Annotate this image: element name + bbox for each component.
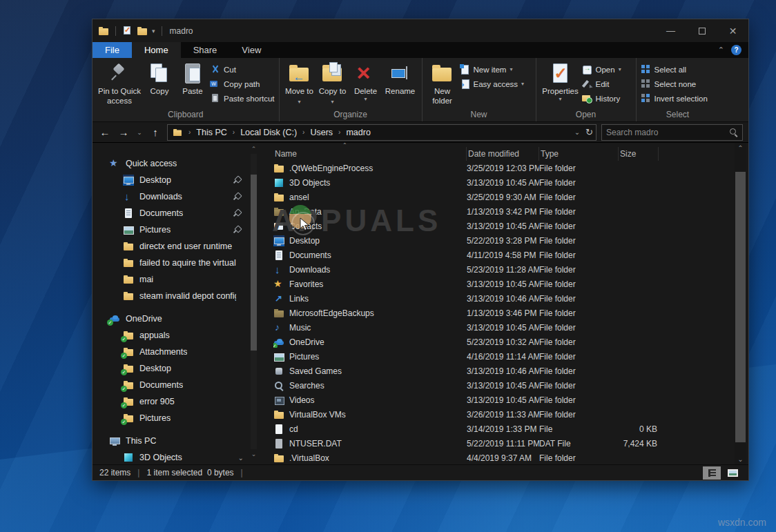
edit-button[interactable]: Edit xyxy=(582,78,632,90)
table-row[interactable]: Downloads5/23/2019 11:28 AMFile folder xyxy=(260,262,748,277)
pin-to-quick-access-button[interactable]: Pin to Quick access xyxy=(97,61,142,109)
breadcrumb-item[interactable]: Users xyxy=(310,128,333,137)
sidebar-item-appuals[interactable]: ✓appuals xyxy=(93,327,260,344)
sidebar-item-quick-access[interactable]: Quick access xyxy=(93,155,260,172)
sidebar-item-downloads[interactable]: Downloads xyxy=(93,188,260,205)
table-row[interactable]: .QtWebEngineProcess3/25/2019 12:03 PMFil… xyxy=(260,161,748,175)
forward-icon[interactable]: → xyxy=(117,126,130,138)
sidebar-scroll-up-icon[interactable]: ⌃ xyxy=(249,146,258,152)
up-icon[interactable]: ↑ xyxy=(148,126,162,138)
table-row[interactable]: Videos3/13/2019 10:45 AMFile folder xyxy=(260,393,748,407)
sidebar-item-documents[interactable]: ✓Documents xyxy=(93,377,260,393)
sidebar-item-steam-invalid-depot-configuratio[interactable]: steam invalid depot configuratio xyxy=(93,288,260,304)
table-row[interactable]: Documents4/11/2019 4:58 PMFile folder xyxy=(260,248,748,262)
search-box[interactable]: Search madro xyxy=(601,124,743,141)
new-item-button[interactable]: New item ▾ xyxy=(460,63,532,75)
scroll-down-icon[interactable]: ⌄ xyxy=(735,455,746,463)
maximize-button[interactable] xyxy=(686,19,717,42)
table-row[interactable]: Saved Games3/13/2019 10:46 AMFile folder xyxy=(260,364,748,378)
scroll-thumb[interactable] xyxy=(735,172,746,442)
address-dropdown-icon[interactable]: ⌄ xyxy=(574,128,580,136)
sidebar-item-desktop[interactable]: Desktop xyxy=(93,172,260,188)
cut-button[interactable]: Cut xyxy=(210,63,275,75)
file-list-scrollbar[interactable]: ⌃ ⌄ xyxy=(735,143,746,464)
sidebar-item-failed-to-aquire-the-virtualbox-co[interactable]: failed to aquire the virtualbox co xyxy=(93,255,260,271)
table-row[interactable]: 3D Objects3/13/2019 10:45 AMFile folder xyxy=(260,175,748,190)
column-header-type[interactable]: Type xyxy=(539,147,619,161)
paste-button[interactable]: Paste xyxy=(177,61,208,109)
copy-path-button[interactable]: Copy path xyxy=(210,78,275,90)
table-row[interactable]: VirtualBox VMs3/26/2019 11:33 AMFile fol… xyxy=(260,407,748,422)
table-row[interactable]: ansel3/25/2019 9:30 AMFile folder xyxy=(260,190,748,204)
copy-button[interactable]: Copy xyxy=(144,61,175,109)
table-row[interactable]: AppData1/13/2019 3:42 PMFile folder xyxy=(260,204,748,219)
breadcrumb-item[interactable]: This PC xyxy=(196,128,226,137)
sidebar-item-3d-objects[interactable]: 3D Objects⌄ xyxy=(93,449,260,464)
qat-properties-icon[interactable]: ✓ xyxy=(122,26,133,36)
scroll-up-icon[interactable]: ⌃ xyxy=(735,144,746,152)
sidebar-item-mai[interactable]: mai xyxy=(93,271,260,288)
easy-access-button[interactable]: Easy access ▾ xyxy=(460,78,532,90)
select-all-button[interactable]: Select all xyxy=(641,63,715,75)
column-header-name[interactable]: Name⌃ xyxy=(273,147,467,161)
invert-selection-button[interactable]: Invert selection xyxy=(641,92,715,104)
sidebar-scroll-down-icon[interactable]: ⌄ xyxy=(249,451,258,457)
rename-button[interactable]: Rename xyxy=(383,61,418,109)
sidebar-item-this-pc[interactable]: This PC xyxy=(93,433,260,449)
sidebar-item-directx-end-user-runtime[interactable]: directx end user runtime xyxy=(93,238,260,255)
help-icon[interactable]: ? xyxy=(731,45,741,55)
refresh-icon[interactable]: ↻ xyxy=(585,127,593,137)
tab-share[interactable]: Share xyxy=(181,42,230,58)
sidebar-item-onedrive[interactable]: ✓OneDrive xyxy=(93,311,260,327)
table-row[interactable]: Searches3/13/2019 10:45 AMFile folder xyxy=(260,378,748,393)
sidebar-scrollbar[interactable]: ⌃ ⌄ xyxy=(249,146,258,457)
new-folder-button[interactable]: Newfolder xyxy=(427,61,458,109)
move-to-button[interactable]: ←Move to ▾ xyxy=(284,61,316,109)
back-icon[interactable]: ← xyxy=(98,126,112,138)
properties-button[interactable]: Properties▾ xyxy=(541,61,581,109)
sidebar-item-desktop[interactable]: ✓Desktop xyxy=(93,360,260,377)
search-icon[interactable] xyxy=(729,128,738,137)
table-row[interactable]: MicrosoftEdgeBackups1/13/2019 3:46 PMFil… xyxy=(260,306,748,320)
history-button[interactable]: History xyxy=(582,92,632,104)
open-button[interactable]: Open ▾ xyxy=(582,63,632,75)
table-row[interactable]: Favorites3/13/2019 10:45 AMFile folder xyxy=(260,277,748,291)
address-box[interactable]: ›This PC›Local Disk (C:)›Users›madro ⌄ ↻ xyxy=(167,124,596,141)
table-row[interactable]: Desktop5/22/2019 3:28 PMFile folder xyxy=(260,233,748,248)
table-row[interactable]: ✓OneDrive5/23/2019 10:32 AMFile folder xyxy=(260,335,748,349)
breadcrumb-item[interactable]: Local Disk (C:) xyxy=(240,128,297,137)
table-row[interactable]: Music3/13/2019 10:45 AMFile folder xyxy=(260,320,748,335)
sidebar-item-documents[interactable]: Documents xyxy=(93,205,260,221)
table-row[interactable]: Contacts3/13/2019 10:45 AMFile folder xyxy=(260,219,748,233)
table-row[interactable]: NTUSER.DAT5/22/2019 11:11 PMDAT File7,42… xyxy=(260,436,748,451)
close-button[interactable]: ✕ xyxy=(717,19,748,42)
table-row[interactable]: .VirtualBox4/4/2019 9:37 AMFile folder xyxy=(260,451,748,465)
title-bar[interactable]: ✓ ▾ madro — ✕ xyxy=(93,19,748,42)
column-header-date-modified[interactable]: Date modified xyxy=(467,147,539,161)
breadcrumb-item[interactable]: madro xyxy=(346,128,370,137)
sidebar-item-pictures[interactable]: ✓Pictures xyxy=(93,410,260,426)
thumbnails-view-button[interactable] xyxy=(724,466,741,480)
sidebar-item-attachments[interactable]: ✓Attachments xyxy=(93,344,260,360)
qat-customize-chevron-icon[interactable]: ▾ xyxy=(152,28,155,35)
sidebar-item-pictures[interactable]: Pictures xyxy=(93,221,260,238)
table-row[interactable]: cd3/14/2019 1:33 PMFile0 KB xyxy=(260,422,748,436)
copy-to-button[interactable]: Copy to ▾ xyxy=(317,61,349,109)
delete-button[interactable]: Delete▾ xyxy=(350,61,382,109)
details-view-button[interactable] xyxy=(703,466,721,480)
table-row[interactable]: Pictures4/16/2019 11:14 AMFile folder xyxy=(260,349,748,364)
tab-home[interactable]: Home xyxy=(132,42,181,58)
sidebar-scroll-thumb[interactable] xyxy=(251,175,257,351)
minimize-ribbon-icon[interactable]: ⌃ xyxy=(718,46,724,55)
recent-locations-chevron-icon[interactable]: ⌄ xyxy=(135,129,144,136)
paste-shortcut-button[interactable]: Paste shortcut xyxy=(210,92,275,104)
minimize-button[interactable]: — xyxy=(655,19,686,42)
column-header-size[interactable]: Size xyxy=(619,147,659,161)
sidebar-item-error-905[interactable]: ✓error 905 xyxy=(93,393,260,410)
tab-file[interactable]: File xyxy=(93,42,132,58)
select-none-button[interactable]: Select none xyxy=(641,78,715,90)
tab-view[interactable]: View xyxy=(229,42,273,58)
chevron-down-icon[interactable]: ⌄ xyxy=(238,454,244,462)
table-row[interactable]: Links3/13/2019 10:46 AMFile folder xyxy=(260,291,748,306)
qat-new-folder-icon[interactable] xyxy=(137,26,148,37)
